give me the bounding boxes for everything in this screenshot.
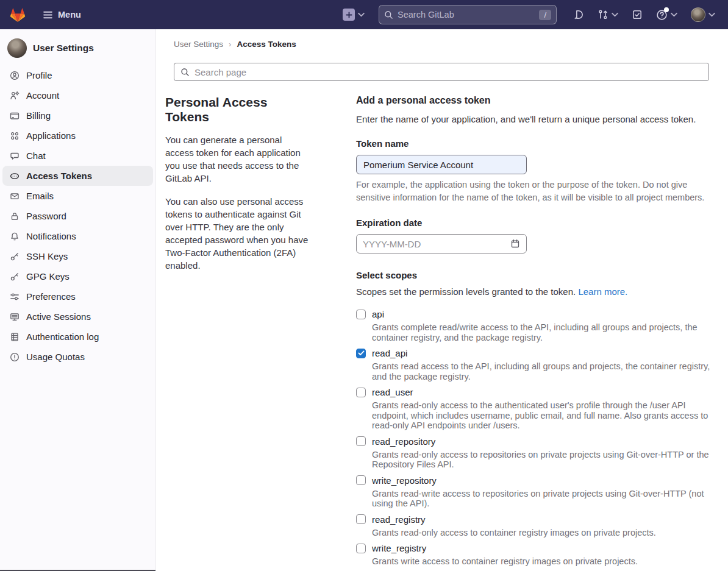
mail-icon — [10, 191, 20, 201]
scope-name[interactable]: read_repository — [372, 436, 435, 447]
sidebar-item-billing[interactable]: Billing — [0, 105, 155, 126]
breadcrumb-separator-icon: › — [229, 40, 231, 49]
scope-checkbox-read-repository[interactable] — [356, 436, 366, 446]
token-name-label: Token name — [356, 138, 717, 149]
scope-name[interactable]: read_registry — [372, 514, 426, 525]
sidebar-item-notifications[interactable]: Notifications — [0, 226, 155, 246]
chevron-down-icon — [708, 12, 715, 17]
scope-list: api Grants complete read/write access to… — [356, 309, 717, 567]
sidebar-item-label: Account — [26, 90, 59, 101]
scope-description: Grants write access to container registr… — [372, 556, 717, 567]
sidebar-item-label: Notifications — [26, 231, 76, 241]
bell-icon — [10, 232, 20, 241]
chat-icon — [10, 151, 20, 161]
breadcrumb-access-tokens: Access Tokens — [237, 40, 296, 49]
search-shortcut-key: / — [539, 10, 551, 20]
merge-request-icon — [598, 9, 608, 20]
search-icon — [180, 68, 190, 77]
todo-check-icon — [632, 9, 643, 20]
scope-checkbox-api[interactable] — [356, 310, 366, 319]
sidebar-item-active-sessions[interactable]: Active Sessions — [0, 307, 155, 327]
scope-name[interactable]: write_repository — [372, 475, 437, 486]
sidebar-item-label: Emails — [26, 191, 54, 201]
sidebar-item-label: GPG Keys — [26, 271, 70, 282]
calendar-icon[interactable] — [510, 239, 520, 249]
form-title: Add a personal access token — [356, 95, 717, 106]
user-menu-button[interactable] — [688, 7, 718, 22]
sidebar-item-authentication-log[interactable]: Authentication log — [0, 327, 155, 347]
scope-checkbox-write-repository[interactable] — [356, 475, 366, 485]
expiration-date-field[interactable] — [356, 234, 527, 254]
scope-checkbox-write-registry[interactable] — [356, 544, 366, 553]
sidebar-item-label: Chat — [26, 151, 46, 161]
sidebar-item-password[interactable]: Password — [0, 206, 155, 226]
sidebar-item-label: Password — [26, 211, 66, 221]
todos-button[interactable] — [629, 9, 646, 20]
sidebar-item-label: Usage Quotas — [26, 352, 85, 362]
notification-dot — [664, 7, 669, 12]
sidebar-item-usage-quotas[interactable]: Usage Quotas — [0, 347, 155, 367]
menu-button[interactable]: Menu — [43, 10, 81, 20]
global-search-input[interactable] — [398, 10, 535, 20]
user-avatar — [7, 38, 27, 58]
scopes-description: Scopes set the permission levels granted… — [356, 286, 717, 297]
scope-row-read-registry: read_registry Grants read-only access to… — [356, 514, 717, 538]
global-search-box[interactable]: / — [379, 5, 557, 24]
scope-row-write-repository: write_repository Grants read-write acces… — [356, 475, 717, 509]
token-name-help: For example, the application using the t… — [356, 179, 717, 204]
sidebar-item-gpg-keys[interactable]: GPG Keys — [0, 266, 155, 286]
breadcrumb-user-settings[interactable]: User Settings — [174, 40, 223, 49]
scope-checkbox-read-registry[interactable] — [356, 514, 366, 524]
sidebar-item-label: Preferences — [26, 291, 76, 302]
scope-checkbox-read-api[interactable] — [356, 349, 366, 358]
sidebar-item-label: Billing — [26, 110, 51, 121]
scope-description: Grants read access to the API, including… — [372, 361, 717, 381]
sidebar-item-account[interactable]: Account — [0, 85, 155, 105]
scope-name[interactable]: write_registry — [372, 543, 426, 553]
page-search-input[interactable] — [194, 67, 702, 77]
description-paragraph: You can also use personal access tokens … — [165, 195, 310, 272]
issues-button[interactable] — [570, 9, 587, 20]
learn-more-link[interactable]: Learn more. — [578, 286, 627, 297]
token-name-input[interactable] — [356, 155, 527, 174]
settings-sidebar: User Settings Profile Account — [0, 29, 156, 571]
chevron-down-icon — [612, 12, 618, 17]
scope-description: Grants read-only access to the authentic… — [372, 400, 717, 431]
page-description-column: Personal Access Tokens You can generate … — [165, 95, 310, 571]
expiration-date-input[interactable] — [363, 239, 510, 249]
sidebar-item-ssh-keys[interactable]: SSH Keys — [0, 246, 155, 266]
scope-name[interactable]: api — [372, 309, 384, 319]
sidebar-item-label: SSH Keys — [26, 251, 68, 261]
scope-description: Grants read-only access to repositories … — [372, 450, 717, 470]
sliders-icon — [10, 292, 20, 302]
sidebar-item-label: Applications — [26, 130, 76, 141]
monitor-icon — [10, 312, 20, 322]
sidebar-item-preferences[interactable]: Preferences — [0, 286, 155, 307]
scope-name[interactable]: read_api — [372, 348, 407, 358]
merge-requests-button[interactable] — [594, 9, 621, 20]
gitlab-tanuki-logo-icon[interactable] — [10, 7, 26, 23]
help-menu-button[interactable] — [653, 9, 680, 21]
scope-description: Grants read-write access to repositories… — [372, 489, 717, 509]
quota-icon — [10, 352, 20, 362]
scope-checkbox-read-user[interactable] — [356, 388, 366, 397]
sidebar-item-applications[interactable]: Applications — [0, 126, 155, 146]
chevron-down-icon — [671, 12, 677, 17]
token-icon — [10, 171, 20, 181]
key-icon — [10, 272, 20, 282]
sidebar-item-label: Profile — [26, 70, 52, 80]
main-content: User Settings › Access Tokens Personal A… — [156, 29, 728, 571]
sidebar-item-access-tokens[interactable]: Access Tokens — [2, 166, 153, 186]
scope-description: Grants read-only access to container reg… — [372, 528, 717, 538]
sidebar-item-profile[interactable]: Profile — [0, 65, 155, 85]
scope-row-read-repository: read_repository Grants read-only access … — [356, 436, 717, 470]
menu-label: Menu — [58, 10, 81, 20]
scope-row-read-user: read_user Grants read-only access to the… — [356, 387, 717, 431]
token-form: Add a personal access token Enter the na… — [356, 95, 717, 571]
expiration-date-label: Expiration date — [356, 218, 717, 228]
sidebar-item-emails[interactable]: Emails — [0, 186, 155, 206]
sidebar-item-chat[interactable]: Chat — [0, 146, 155, 166]
scope-name[interactable]: read_user — [372, 387, 413, 397]
page-search-box[interactable] — [174, 63, 709, 81]
new-menu-button[interactable] — [340, 9, 368, 21]
